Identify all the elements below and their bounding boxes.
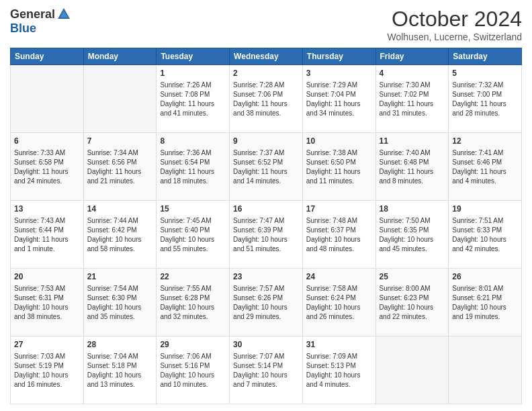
daylight-text: Daylight: 11 hours and 14 minutes. xyxy=(233,168,287,185)
sunrise-text: Sunrise: 7:37 AM xyxy=(233,149,284,156)
calendar-cell: 10Sunrise: 7:38 AMSunset: 6:50 PMDayligh… xyxy=(302,133,375,201)
col-saturday: Saturday xyxy=(449,48,522,65)
sunrise-text: Sunrise: 7:33 AM xyxy=(14,149,65,156)
calendar-cell: 16Sunrise: 7:47 AMSunset: 6:39 PMDayligh… xyxy=(230,201,303,269)
sunset-text: Sunset: 6:58 PM xyxy=(14,158,64,166)
day-number: 6 xyxy=(14,136,80,147)
day-number: 11 xyxy=(380,136,445,147)
calendar-cell: 21Sunrise: 7:54 AMSunset: 6:30 PMDayligh… xyxy=(83,269,157,336)
daylight-text: Daylight: 11 hours and 8 minutes. xyxy=(380,168,434,185)
calendar-cell: 6Sunrise: 7:33 AMSunset: 6:58 PMDaylight… xyxy=(11,133,84,201)
sunset-text: Sunset: 6:30 PM xyxy=(87,294,137,302)
sunset-text: Sunset: 7:08 PM xyxy=(160,91,210,98)
sunset-text: Sunset: 6:50 PM xyxy=(306,158,356,166)
calendar-cell: 30Sunrise: 7:07 AMSunset: 5:14 PMDayligh… xyxy=(230,336,303,404)
calendar-cell: 23Sunrise: 7:57 AMSunset: 6:26 PMDayligh… xyxy=(230,269,303,336)
sunset-text: Sunset: 7:04 PM xyxy=(306,91,356,98)
daylight-text: Daylight: 10 hours and 22 minutes. xyxy=(380,304,434,320)
calendar-cell: 22Sunrise: 7:55 AMSunset: 6:28 PMDayligh… xyxy=(157,269,230,336)
daylight-text: Daylight: 11 hours and 28 minutes. xyxy=(452,100,506,117)
day-number: 14 xyxy=(87,203,153,215)
col-tuesday: Tuesday xyxy=(157,48,230,65)
daylight-text: Daylight: 10 hours and 16 minutes. xyxy=(14,371,69,388)
col-thursday: Thursday xyxy=(302,48,375,65)
sunset-text: Sunset: 6:26 PM xyxy=(233,294,283,302)
day-number: 23 xyxy=(233,271,299,283)
col-sunday: Sunday xyxy=(11,48,84,65)
sunset-text: Sunset: 6:31 PM xyxy=(14,294,64,302)
daylight-text: Daylight: 10 hours and 58 minutes. xyxy=(87,236,142,253)
sunrise-text: Sunrise: 7:54 AM xyxy=(87,285,138,292)
calendar-cell: 4Sunrise: 7:30 AMSunset: 7:02 PMDaylight… xyxy=(375,65,449,133)
calendar-cell: 7Sunrise: 7:34 AMSunset: 6:56 PMDaylight… xyxy=(83,133,157,201)
sunset-text: Sunset: 6:24 PM xyxy=(306,294,356,302)
day-number: 20 xyxy=(14,271,80,283)
daylight-text: Daylight: 10 hours and 32 minutes. xyxy=(160,304,214,320)
day-number: 29 xyxy=(160,339,226,351)
daylight-text: Daylight: 10 hours and 4 minutes. xyxy=(306,371,361,388)
day-number: 8 xyxy=(160,136,226,147)
col-friday: Friday xyxy=(375,48,449,65)
day-number: 10 xyxy=(306,136,372,147)
calendar-cell xyxy=(83,65,157,133)
daylight-text: Daylight: 10 hours and 51 minutes. xyxy=(233,236,287,253)
daylight-text: Daylight: 10 hours and 42 minutes. xyxy=(452,236,506,253)
title-block: October 2024 Wolhusen, Lucerne, Switzerl… xyxy=(387,7,522,42)
calendar-cell: 26Sunrise: 8:01 AMSunset: 6:21 PMDayligh… xyxy=(449,269,522,336)
calendar-cell: 17Sunrise: 7:48 AMSunset: 6:37 PMDayligh… xyxy=(302,201,375,269)
day-number: 1 xyxy=(160,68,226,79)
sunset-text: Sunset: 5:14 PM xyxy=(233,362,283,369)
sunrise-text: Sunrise: 7:50 AM xyxy=(380,217,431,224)
day-number: 4 xyxy=(380,68,445,79)
day-number: 13 xyxy=(14,203,80,215)
calendar-cell: 14Sunrise: 7:44 AMSunset: 6:42 PMDayligh… xyxy=(83,201,157,269)
sunset-text: Sunset: 6:28 PM xyxy=(160,294,210,302)
sunset-text: Sunset: 5:19 PM xyxy=(14,362,64,369)
sunrise-text: Sunrise: 7:30 AM xyxy=(380,81,431,89)
sunset-text: Sunset: 7:00 PM xyxy=(452,91,502,98)
calendar-cell: 8Sunrise: 7:36 AMSunset: 6:54 PMDaylight… xyxy=(157,133,230,201)
daylight-text: Daylight: 10 hours and 19 minutes. xyxy=(452,304,506,320)
sunset-text: Sunset: 5:18 PM xyxy=(87,362,137,369)
daylight-text: Daylight: 10 hours and 7 minutes. xyxy=(233,371,287,388)
sunrise-text: Sunrise: 7:32 AM xyxy=(452,81,503,89)
daylight-text: Daylight: 10 hours and 45 minutes. xyxy=(380,236,434,253)
daylight-text: Daylight: 10 hours and 13 minutes. xyxy=(87,371,142,388)
sunrise-text: Sunrise: 7:38 AM xyxy=(306,149,357,156)
calendar-cell: 29Sunrise: 7:06 AMSunset: 5:16 PMDayligh… xyxy=(157,336,230,404)
day-number: 28 xyxy=(87,339,153,351)
calendar-cell: 12Sunrise: 7:41 AMSunset: 6:46 PMDayligh… xyxy=(449,133,522,201)
sunset-text: Sunset: 6:52 PM xyxy=(233,158,283,166)
calendar-cell xyxy=(375,336,449,404)
day-number: 19 xyxy=(452,203,518,215)
sunrise-text: Sunrise: 8:01 AM xyxy=(452,285,503,292)
col-monday: Monday xyxy=(83,48,157,65)
calendar-cell: 11Sunrise: 7:40 AMSunset: 6:48 PMDayligh… xyxy=(375,133,449,201)
sunrise-text: Sunrise: 7:48 AM xyxy=(306,217,357,224)
sunset-text: Sunset: 6:39 PM xyxy=(233,226,283,234)
calendar-cell: 2Sunrise: 7:28 AMSunset: 7:06 PMDaylight… xyxy=(230,65,303,133)
day-number: 5 xyxy=(452,68,518,79)
sunset-text: Sunset: 7:02 PM xyxy=(380,91,429,98)
sunrise-text: Sunrise: 7:41 AM xyxy=(452,149,503,156)
sunrise-text: Sunrise: 7:51 AM xyxy=(452,217,503,224)
page: General Blue October 2024 Wolhusen, Luce… xyxy=(0,0,532,411)
calendar-week-5: 27Sunrise: 7:03 AMSunset: 5:19 PMDayligh… xyxy=(11,336,522,404)
daylight-text: Daylight: 10 hours and 35 minutes. xyxy=(87,304,142,320)
sunrise-text: Sunrise: 8:00 AM xyxy=(380,285,431,292)
sunrise-text: Sunrise: 7:26 AM xyxy=(160,81,211,89)
calendar-cell: 3Sunrise: 7:29 AMSunset: 7:04 PMDaylight… xyxy=(302,65,375,133)
calendar-week-4: 20Sunrise: 7:53 AMSunset: 6:31 PMDayligh… xyxy=(11,269,522,336)
calendar-week-3: 13Sunrise: 7:43 AMSunset: 6:44 PMDayligh… xyxy=(11,201,522,269)
calendar-cell: 15Sunrise: 7:45 AMSunset: 6:40 PMDayligh… xyxy=(157,201,230,269)
calendar-cell: 9Sunrise: 7:37 AMSunset: 6:52 PMDaylight… xyxy=(230,133,303,201)
calendar-week-2: 6Sunrise: 7:33 AMSunset: 6:58 PMDaylight… xyxy=(11,133,522,201)
day-number: 2 xyxy=(233,68,299,79)
calendar-table: Sunday Monday Tuesday Wednesday Thursday… xyxy=(10,48,522,404)
daylight-text: Daylight: 11 hours and 41 minutes. xyxy=(160,100,214,117)
daylight-text: Daylight: 10 hours and 29 minutes. xyxy=(233,304,287,320)
logo-general-text: General xyxy=(10,7,55,21)
sunrise-text: Sunrise: 7:04 AM xyxy=(87,353,138,360)
daylight-text: Daylight: 11 hours and 38 minutes. xyxy=(233,100,287,117)
sunrise-text: Sunrise: 7:58 AM xyxy=(306,285,357,292)
